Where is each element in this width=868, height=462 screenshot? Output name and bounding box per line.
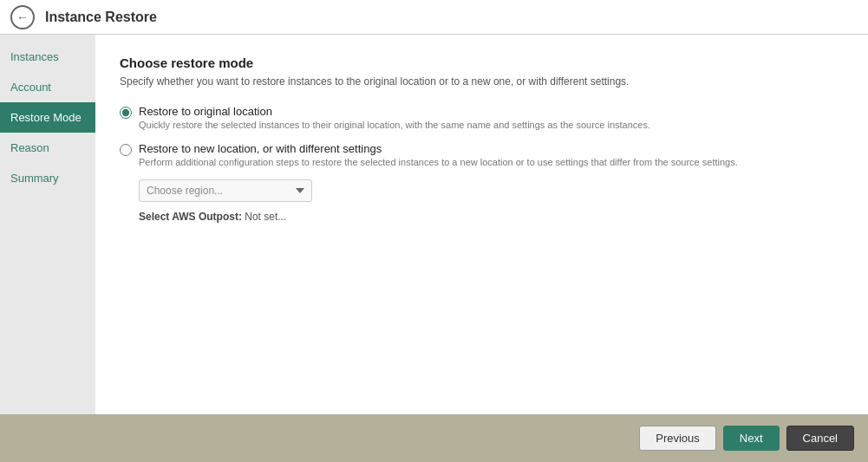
radio-option-original: Restore to original location Quickly res… [120,105,844,130]
radio-new-location-desc: Perform additional configuration steps t… [139,157,738,167]
radio-new-location-label[interactable]: Restore to new location, or with differe… [139,142,382,155]
sidebar: Instances Account Restore Mode Reason Su… [0,35,95,414]
radio-original[interactable] [120,107,132,119]
radio-original-label[interactable]: Restore to original location [139,105,272,118]
radio-new-location[interactable] [120,144,132,156]
section-subtitle: Specify whether you want to restore inst… [120,75,844,88]
sidebar-item-instances[interactable]: Instances [0,42,95,72]
sidebar-item-reason[interactable]: Reason [0,133,95,163]
bottom-bar: Previous Next Cancel [0,414,868,462]
back-icon: ← [16,10,29,24]
radio-original-desc: Quickly restore the selected instances t… [139,120,650,130]
sidebar-item-summary[interactable]: Summary [0,163,95,193]
header: ← Instance Restore [0,0,868,35]
back-button[interactable]: ← [10,5,35,29]
outpost-row: Select AWS Outpost: Not set... [139,211,844,223]
main-layout: Instances Account Restore Mode Reason Su… [0,35,868,414]
region-dropdown[interactable]: Choose region... [139,179,312,202]
page-title: Instance Restore [45,10,157,25]
sidebar-item-account[interactable]: Account [0,72,95,102]
content-spacer [120,223,844,394]
content-area: Choose restore mode Specify whether you … [95,35,868,414]
outpost-value: Not set... [245,211,286,223]
outpost-label: Select AWS Outpost: [139,211,242,223]
sidebar-item-restore-mode[interactable]: Restore Mode [0,102,95,133]
previous-button[interactable]: Previous [639,426,716,451]
cancel-button[interactable]: Cancel [786,426,854,451]
section-title: Choose restore mode [120,55,844,70]
next-button[interactable]: Next [723,426,780,451]
region-select-row: Choose region... [139,179,844,202]
radio-option-new-location: Restore to new location, or with differe… [120,142,844,167]
